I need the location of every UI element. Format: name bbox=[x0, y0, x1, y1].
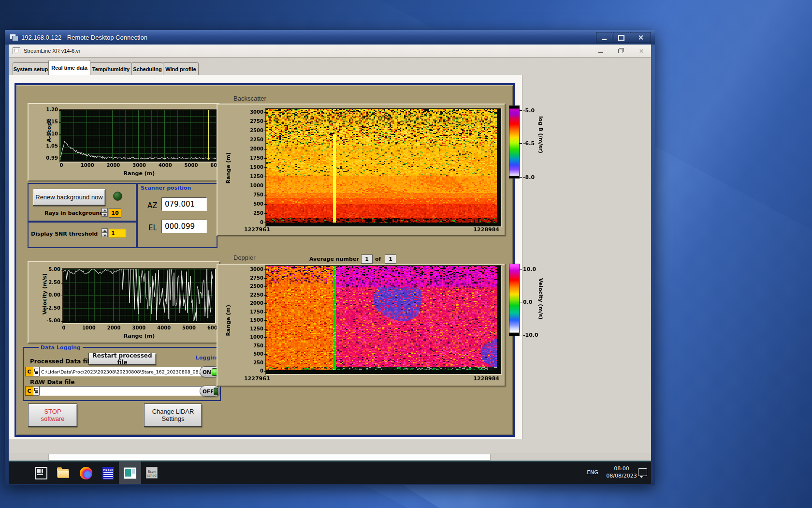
backscatter-heatmap bbox=[266, 109, 497, 223]
tick-mark bbox=[520, 302, 522, 302]
doppler-ytick: 3000 bbox=[239, 267, 263, 272]
spinner-up-icon[interactable] bbox=[102, 208, 108, 212]
raw-path-field[interactable] bbox=[39, 386, 203, 396]
firefox-icon[interactable] bbox=[80, 467, 92, 479]
snr-spinner[interactable] bbox=[102, 228, 108, 238]
tick-mark bbox=[520, 335, 522, 335]
backscatter-time-start: 1227961 bbox=[244, 226, 270, 233]
vi-restore-button[interactable] bbox=[614, 47, 627, 55]
a-scope-xlabel: Range (m) bbox=[124, 170, 155, 177]
rays-in-background-label: Rays in background bbox=[44, 210, 103, 216]
stop-software-button[interactable]: STOPsoftware bbox=[28, 403, 77, 427]
a-scope-ytick: 0.99 bbox=[32, 155, 58, 161]
velocity-ytick: -2.50 bbox=[34, 305, 60, 311]
rays-value-field[interactable]: 10 bbox=[109, 209, 121, 218]
raw-logging-toggle[interactable]: OFF bbox=[200, 386, 220, 397]
processed-drive-letter[interactable]: C bbox=[25, 367, 33, 376]
language-indicator[interactable]: ENG bbox=[584, 469, 601, 476]
a-scope-xtick: 3000 bbox=[130, 163, 149, 168]
average-number-field[interactable]: 1 bbox=[361, 254, 373, 264]
tick-mark bbox=[264, 363, 267, 363]
processed-data-file-label: Processed Data file bbox=[30, 358, 93, 365]
scrollbar-thumb[interactable] bbox=[48, 454, 491, 461]
el-label: EL bbox=[148, 224, 157, 232]
a-scope-ytick: 1.20 bbox=[32, 107, 58, 112]
metek-app-icon[interactable]: METEK bbox=[102, 467, 114, 479]
clock-date[interactable]: 08/08/2023 bbox=[604, 473, 639, 479]
rdp-icon bbox=[10, 34, 18, 41]
horizontal-scrollbar bbox=[9, 453, 651, 461]
doppler-ytick: 1000 bbox=[239, 334, 263, 340]
tick-mark bbox=[520, 269, 522, 269]
data-logging-title: Data Logging bbox=[39, 344, 83, 351]
processed-path-field[interactable]: C:\Lidar\Data\Proc\2023\202308\20230808\… bbox=[39, 367, 201, 376]
renew-background-button[interactable]: Renew background now bbox=[33, 189, 105, 206]
rdp-window: 192.168.0.122 - Remote Desktop Connectio… bbox=[5, 30, 655, 485]
backscatter-ytick: 250 bbox=[239, 210, 263, 216]
vi-minimize-button[interactable] bbox=[594, 47, 607, 55]
restart-processed-file-button[interactable]: Restart processed file bbox=[88, 353, 156, 365]
close-button[interactable] bbox=[630, 32, 651, 43]
doppler-colorbar-unit: Velocity (m/s) bbox=[537, 278, 544, 319]
a-scope-ytick: 1.15 bbox=[32, 119, 58, 124]
scanner-position-title: Scanner position bbox=[141, 185, 191, 191]
vi-close-button[interactable] bbox=[635, 47, 647, 55]
vi-titlebar[interactable]: StreamLine XR v14-6.vi bbox=[9, 45, 651, 58]
tab-temp-humidity[interactable]: Temp/humidity bbox=[90, 62, 132, 75]
tick-mark bbox=[264, 329, 267, 329]
backscatter-colorbar-tick: -6.5 bbox=[523, 140, 535, 147]
a-scope-xtick: 4000 bbox=[156, 163, 175, 168]
backscatter-ytick: 750 bbox=[239, 192, 263, 197]
clock-time[interactable]: 08:00 bbox=[604, 465, 639, 472]
spinner-up-icon[interactable] bbox=[102, 228, 108, 233]
velocity-xtick: 5000 bbox=[179, 325, 199, 330]
tick-mark bbox=[61, 270, 64, 270]
tick-mark bbox=[264, 140, 267, 140]
backscatter-colorbar-unit: log B (/m/sr) bbox=[537, 116, 544, 153]
backscatter-ytick: 1250 bbox=[239, 174, 263, 179]
az-value-field[interactable]: 079.001 bbox=[161, 197, 207, 211]
maximize-button[interactable] bbox=[613, 32, 629, 43]
change-lidar-settings-button[interactable]: Change LiDARSettings bbox=[144, 403, 202, 427]
snr-value-field[interactable]: 1 bbox=[109, 229, 126, 238]
tick-mark bbox=[264, 295, 267, 296]
of-label: of bbox=[375, 256, 381, 262]
doppler-ytick: 0 bbox=[239, 368, 263, 374]
velocity-ytick: 0.00 bbox=[34, 292, 60, 298]
tick-mark bbox=[264, 303, 267, 304]
doppler-ytick: 500 bbox=[239, 351, 263, 357]
remote-taskbar: METEK Scan sched ENG 08:00 08/08/2023 bbox=[9, 461, 651, 484]
rdp-titlebar[interactable]: 192.168.0.122 - Remote Desktop Connectio… bbox=[5, 30, 655, 45]
doppler-colorbar bbox=[509, 264, 520, 336]
tick-mark bbox=[264, 158, 267, 159]
spinner-down-icon[interactable] bbox=[102, 233, 108, 237]
el-value-field[interactable]: 000.099 bbox=[161, 220, 207, 233]
tick-mark bbox=[520, 110, 522, 111]
task-view-icon[interactable] bbox=[35, 467, 47, 479]
doppler-plot-area bbox=[265, 265, 502, 375]
tick-mark bbox=[264, 312, 267, 313]
raw-drive-letter[interactable]: C bbox=[25, 386, 33, 396]
notification-center-icon[interactable] bbox=[638, 468, 647, 476]
doppler-time-start: 1227961 bbox=[244, 375, 270, 382]
processed-browse-icon[interactable] bbox=[33, 367, 40, 376]
tab-system-setup[interactable]: System setup bbox=[13, 62, 49, 75]
velocity-xlabel: Range (m) bbox=[124, 333, 155, 339]
tick-mark bbox=[264, 167, 267, 168]
spinner-down-icon[interactable] bbox=[102, 212, 108, 217]
tab-real-time-data[interactable]: Real time data bbox=[48, 60, 90, 75]
raw-browse-icon[interactable] bbox=[33, 386, 40, 396]
scan-scheduler-icon[interactable]: Scan sched bbox=[146, 467, 158, 478]
tab-wind-profile[interactable]: Wind profile bbox=[163, 62, 199, 75]
average-total-field[interactable]: 1 bbox=[385, 254, 396, 264]
rays-spinner[interactable] bbox=[102, 208, 108, 217]
tick-mark bbox=[59, 147, 61, 147]
streamline-app-icon[interactable] bbox=[124, 467, 136, 479]
tick-mark bbox=[264, 131, 267, 131]
tab-scheduling[interactable]: Scheduling bbox=[131, 62, 163, 75]
tick-mark bbox=[59, 159, 61, 159]
doppler-ytick: 2500 bbox=[239, 284, 263, 289]
file-explorer-icon[interactable] bbox=[57, 467, 70, 479]
tick-mark bbox=[264, 149, 267, 149]
minimize-button[interactable] bbox=[596, 32, 612, 43]
